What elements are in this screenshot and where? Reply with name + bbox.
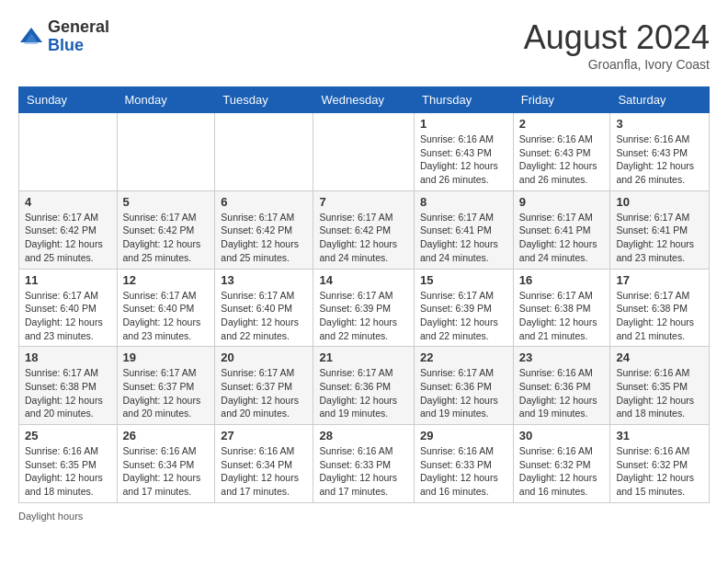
day-number: 18: [25, 350, 111, 364]
day-number: 21: [319, 350, 408, 364]
day-info: Sunrise: 6:16 AM Sunset: 6:35 PM Dayligh…: [25, 444, 111, 499]
day-number: 11: [25, 273, 111, 287]
day-number: 9: [519, 195, 605, 209]
calendar-cell: [117, 113, 215, 191]
calendar-week-row: 25Sunrise: 6:16 AM Sunset: 6:35 PM Dayli…: [19, 425, 710, 503]
calendar-cell: 27Sunrise: 6:16 AM Sunset: 6:34 PM Dayli…: [215, 425, 313, 503]
calendar-table: SundayMondayTuesdayWednesdayThursdayFrid…: [18, 86, 710, 503]
day-number: 24: [616, 350, 703, 364]
column-header-saturday: Saturday: [610, 87, 710, 113]
day-info: Sunrise: 6:17 AM Sunset: 6:38 PM Dayligh…: [519, 289, 605, 343]
calendar-cell: 15Sunrise: 6:17 AM Sunset: 6:39 PM Dayli…: [415, 269, 514, 347]
day-number: 16: [519, 273, 605, 287]
calendar-cell: 22Sunrise: 6:17 AM Sunset: 6:36 PM Dayli…: [415, 347, 514, 425]
day-info: Sunrise: 6:16 AM Sunset: 6:35 PM Dayligh…: [616, 366, 703, 420]
calendar-cell: 7Sunrise: 6:17 AM Sunset: 6:42 PM Daylig…: [313, 190, 415, 269]
daylight-label: Daylight hours: [18, 511, 83, 522]
day-info: Sunrise: 6:16 AM Sunset: 6:33 PM Dayligh…: [420, 444, 507, 499]
calendar-cell: 18Sunrise: 6:17 AM Sunset: 6:38 PM Dayli…: [19, 347, 118, 425]
day-number: 10: [616, 195, 703, 209]
calendar-cell: 10Sunrise: 6:17 AM Sunset: 6:41 PM Dayli…: [610, 190, 710, 269]
column-header-monday: Monday: [117, 87, 215, 113]
day-number: 27: [221, 429, 307, 442]
day-number: 6: [221, 195, 307, 209]
day-info: Sunrise: 6:16 AM Sunset: 6:43 PM Dayligh…: [420, 132, 507, 187]
day-number: 4: [25, 195, 111, 209]
calendar-cell: 11Sunrise: 6:17 AM Sunset: 6:40 PM Dayli…: [19, 269, 118, 347]
day-number: 5: [123, 195, 210, 209]
calendar-footer: Daylight hours: [18, 511, 710, 522]
column-header-wednesday: Wednesday: [313, 87, 415, 113]
day-number: 17: [616, 273, 703, 287]
day-info: Sunrise: 6:17 AM Sunset: 6:36 PM Dayligh…: [319, 366, 408, 420]
logo-general-text: General: [48, 18, 109, 37]
day-info: Sunrise: 6:17 AM Sunset: 6:39 PM Dayligh…: [420, 289, 507, 343]
day-info: Sunrise: 6:16 AM Sunset: 6:34 PM Dayligh…: [123, 444, 210, 499]
title-block: August 2024 Groanfla, Ivory Coast: [524, 18, 710, 72]
calendar-cell: 16Sunrise: 6:17 AM Sunset: 6:38 PM Dayli…: [513, 269, 610, 347]
day-number: 19: [123, 350, 210, 364]
day-info: Sunrise: 6:17 AM Sunset: 6:42 PM Dayligh…: [123, 211, 210, 265]
calendar-cell: 28Sunrise: 6:16 AM Sunset: 6:33 PM Dayli…: [313, 425, 415, 503]
logo-icon: [18, 24, 44, 50]
calendar-cell: 13Sunrise: 6:17 AM Sunset: 6:40 PM Dayli…: [215, 269, 313, 347]
calendar-cell: 21Sunrise: 6:17 AM Sunset: 6:36 PM Dayli…: [313, 347, 415, 425]
day-number: 20: [221, 350, 307, 364]
day-number: 15: [420, 273, 507, 287]
calendar-cell: 19Sunrise: 6:17 AM Sunset: 6:37 PM Dayli…: [117, 347, 215, 425]
day-number: 13: [221, 273, 307, 287]
day-info: Sunrise: 6:17 AM Sunset: 6:40 PM Dayligh…: [25, 289, 111, 343]
day-number: 22: [420, 350, 507, 364]
day-number: 26: [123, 429, 210, 442]
page-header: General Blue August 2024 Groanfla, Ivory…: [18, 18, 710, 72]
day-info: Sunrise: 6:16 AM Sunset: 6:33 PM Dayligh…: [319, 444, 408, 499]
day-info: Sunrise: 6:16 AM Sunset: 6:32 PM Dayligh…: [519, 444, 605, 499]
calendar-week-row: 1Sunrise: 6:16 AM Sunset: 6:43 PM Daylig…: [19, 113, 710, 191]
column-header-tuesday: Tuesday: [215, 87, 313, 113]
day-info: Sunrise: 6:17 AM Sunset: 6:40 PM Dayligh…: [221, 289, 307, 343]
calendar-cell: [313, 113, 415, 191]
day-info: Sunrise: 6:17 AM Sunset: 6:36 PM Dayligh…: [420, 366, 507, 420]
calendar-cell: 5Sunrise: 6:17 AM Sunset: 6:42 PM Daylig…: [117, 190, 215, 269]
calendar-cell: 9Sunrise: 6:17 AM Sunset: 6:41 PM Daylig…: [513, 190, 610, 269]
calendar-week-row: 18Sunrise: 6:17 AM Sunset: 6:38 PM Dayli…: [19, 347, 710, 425]
location-subtitle: Groanfla, Ivory Coast: [524, 57, 710, 72]
day-info: Sunrise: 6:17 AM Sunset: 6:42 PM Dayligh…: [221, 211, 307, 265]
day-number: 23: [519, 350, 605, 364]
month-year-title: August 2024: [524, 18, 710, 57]
calendar-cell: [215, 113, 313, 191]
day-number: 8: [420, 195, 507, 209]
column-header-friday: Friday: [513, 87, 610, 113]
calendar-cell: 1Sunrise: 6:16 AM Sunset: 6:43 PM Daylig…: [415, 113, 514, 191]
calendar-cell: 12Sunrise: 6:17 AM Sunset: 6:40 PM Dayli…: [117, 269, 215, 347]
day-info: Sunrise: 6:17 AM Sunset: 6:41 PM Dayligh…: [420, 211, 507, 265]
day-info: Sunrise: 6:17 AM Sunset: 6:42 PM Dayligh…: [319, 211, 408, 265]
calendar-cell: 24Sunrise: 6:16 AM Sunset: 6:35 PM Dayli…: [610, 347, 710, 425]
day-number: 3: [616, 117, 703, 131]
calendar-cell: 23Sunrise: 6:16 AM Sunset: 6:36 PM Dayli…: [513, 347, 610, 425]
calendar-cell: 29Sunrise: 6:16 AM Sunset: 6:33 PM Dayli…: [415, 425, 514, 503]
calendar-cell: [19, 113, 118, 191]
calendar-cell: 14Sunrise: 6:17 AM Sunset: 6:39 PM Dayli…: [313, 269, 415, 347]
day-info: Sunrise: 6:17 AM Sunset: 6:39 PM Dayligh…: [319, 289, 408, 343]
day-info: Sunrise: 6:16 AM Sunset: 6:43 PM Dayligh…: [616, 132, 703, 187]
day-number: 25: [25, 429, 111, 442]
calendar-cell: 8Sunrise: 6:17 AM Sunset: 6:41 PM Daylig…: [415, 190, 514, 269]
day-number: 12: [123, 273, 210, 287]
logo-blue-text: Blue: [48, 37, 109, 55]
day-info: Sunrise: 6:17 AM Sunset: 6:37 PM Dayligh…: [221, 366, 307, 420]
day-info: Sunrise: 6:17 AM Sunset: 6:38 PM Dayligh…: [616, 289, 703, 343]
calendar-header-row: SundayMondayTuesdayWednesdayThursdayFrid…: [19, 87, 710, 113]
logo-text: General Blue: [48, 18, 109, 55]
day-info: Sunrise: 6:16 AM Sunset: 6:43 PM Dayligh…: [519, 132, 605, 187]
day-number: 30: [519, 429, 605, 442]
calendar-cell: 2Sunrise: 6:16 AM Sunset: 6:43 PM Daylig…: [513, 113, 610, 191]
day-info: Sunrise: 6:16 AM Sunset: 6:36 PM Dayligh…: [519, 366, 605, 420]
calendar-week-row: 11Sunrise: 6:17 AM Sunset: 6:40 PM Dayli…: [19, 269, 710, 347]
calendar-cell: 20Sunrise: 6:17 AM Sunset: 6:37 PM Dayli…: [215, 347, 313, 425]
day-info: Sunrise: 6:16 AM Sunset: 6:34 PM Dayligh…: [221, 444, 307, 499]
column-header-sunday: Sunday: [19, 87, 118, 113]
day-number: 31: [616, 429, 703, 442]
calendar-cell: 25Sunrise: 6:16 AM Sunset: 6:35 PM Dayli…: [19, 425, 118, 503]
column-header-thursday: Thursday: [415, 87, 514, 113]
